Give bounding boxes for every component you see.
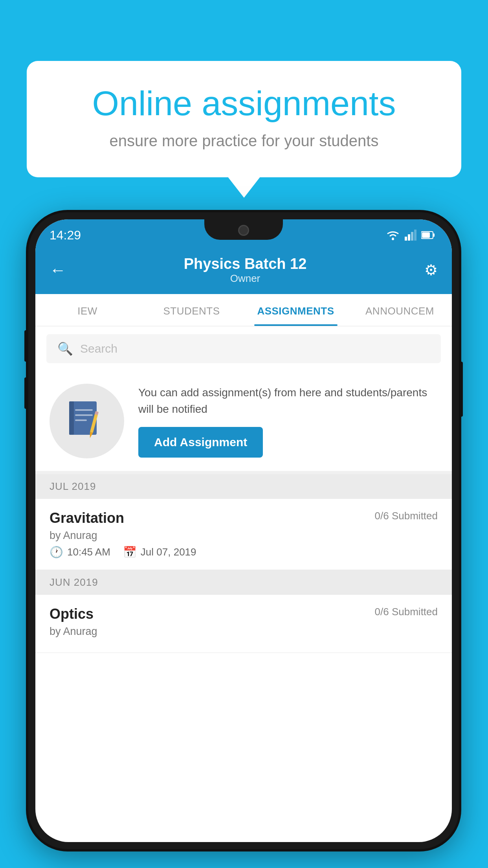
search-container: 🔍 Search [35,326,452,371]
search-bar[interactable]: 🔍 Search [46,334,441,363]
assignment-top: Gravitation 0/6 Submitted [50,510,438,526]
tab-announcements[interactable]: ANNOUNCEM [348,294,452,326]
speech-bubble-subtitle: ensure more practice for your students [58,132,430,150]
clock-icon: 🕐 [50,546,63,559]
month-separator-jul: JUL 2019 [35,474,452,499]
assignment-item-optics[interactable]: Optics 0/6 Submitted by Anurag [35,595,452,653]
month-separator-jun: JUN 2019 [35,570,452,595]
signal-icon [405,230,416,241]
back-button[interactable]: ← [50,261,66,280]
assignment-submitted-optics: 0/6 Submitted [375,606,438,618]
phone-screen: 14:29 [35,219,452,842]
search-icon: 🔍 [57,341,73,356]
promo-section: You can add assignment(s) from here and … [35,371,452,474]
battery-icon [421,231,435,239]
svg-rect-3 [411,232,413,241]
promo-content: You can add assignment(s) from here and … [138,384,438,458]
add-assignment-button[interactable]: Add Assignment [138,427,263,458]
status-icons [386,230,435,241]
assignment-submitted: 0/6 Submitted [375,510,438,522]
tabs-bar: IEW STUDENTS ASSIGNMENTS ANNOUNCEM [35,294,452,326]
svg-rect-4 [414,230,416,241]
header-title-block: Physics Batch 12 Owner [66,256,424,285]
svg-rect-2 [408,234,410,241]
speech-bubble: Online assignments ensure more practice … [27,61,461,177]
assignment-meta: 🕐 10:45 AM 📅 Jul 07, 2019 [50,546,438,559]
app-header: ← Physics Batch 12 Owner ⚙ [35,248,452,294]
svg-point-0 [392,238,394,240]
header-title: Physics Batch 12 [66,256,424,272]
assignment-top-optics: Optics 0/6 Submitted [50,606,438,622]
phone-frame: 14:29 [28,212,459,849]
settings-button[interactable]: ⚙ [424,261,438,279]
header-subtitle: Owner [66,272,424,285]
promo-icon-circle [50,384,124,458]
speech-bubble-title: Online assignments [58,85,430,123]
svg-rect-6 [433,234,435,237]
assignment-by-optics: by Anurag [50,625,438,638]
assignment-item-gravitation[interactable]: Gravitation 0/6 Submitted by Anurag 🕐 10… [35,499,452,570]
svg-rect-1 [405,237,407,241]
volume-up-button[interactable] [24,330,28,362]
volume-down-button[interactable] [24,377,28,409]
svg-rect-11 [75,414,93,416]
assignment-date: 📅 Jul 07, 2019 [123,546,196,559]
tab-students[interactable]: STUDENTS [139,294,244,326]
svg-rect-10 [75,409,93,411]
search-placeholder: Search [80,342,117,355]
phone-notch [204,219,283,240]
tab-iew[interactable]: IEW [35,294,139,326]
assignment-by: by Anurag [50,530,438,542]
speech-bubble-container: Online assignments ensure more practice … [27,61,461,177]
svg-rect-12 [75,419,87,421]
tab-assignments[interactable]: ASSIGNMENTS [244,294,348,326]
notebook-icon [67,399,106,443]
calendar-icon: 📅 [123,546,137,559]
svg-rect-9 [69,401,74,435]
assignment-name: Gravitation [50,510,124,526]
promo-text: You can add assignment(s) from here and … [138,384,438,417]
front-camera [238,225,249,236]
power-button[interactable] [459,362,463,417]
assignment-name-optics: Optics [50,606,94,622]
wifi-icon [386,230,400,241]
svg-rect-7 [422,232,430,238]
status-time: 14:29 [50,228,81,243]
assignment-time: 🕐 10:45 AM [50,546,110,559]
